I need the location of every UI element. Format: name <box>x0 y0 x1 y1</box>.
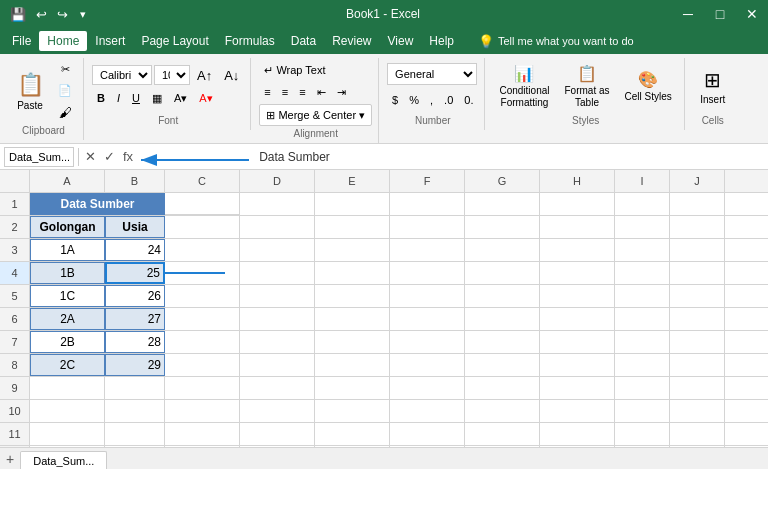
cell-i4[interactable] <box>615 262 670 284</box>
cell-i7[interactable] <box>615 331 670 353</box>
row-num-2[interactable]: 2 <box>0 216 30 238</box>
cell-d4[interactable] <box>240 262 315 284</box>
tell-me-box[interactable]: Tell me what you want to do <box>498 35 634 47</box>
cell-e5[interactable] <box>315 285 390 307</box>
format-as-table-button[interactable]: 📋 Format as Table <box>559 60 616 113</box>
cell-e8[interactable] <box>315 354 390 376</box>
quick-access-dropdown[interactable]: ▾ <box>80 8 86 21</box>
cell-f6[interactable] <box>390 308 465 330</box>
underline-button[interactable]: U <box>127 88 145 108</box>
cell-a10[interactable] <box>30 400 105 422</box>
cell-a11[interactable] <box>30 423 105 445</box>
minimize-button[interactable]: ─ <box>672 0 704 28</box>
cell-g7[interactable] <box>465 331 540 353</box>
cell-i1[interactable] <box>615 193 670 215</box>
cell-g1[interactable] <box>465 193 540 215</box>
cell-f4[interactable] <box>390 262 465 284</box>
cell-b3[interactable]: 24 <box>105 239 165 261</box>
cell-f11[interactable] <box>390 423 465 445</box>
decrease-font-button[interactable]: A↓ <box>219 65 244 85</box>
cell-c3[interactable] <box>165 239 240 261</box>
restore-button[interactable]: □ <box>704 0 736 28</box>
col-header-e[interactable]: E <box>315 170 390 192</box>
cell-g8[interactable] <box>465 354 540 376</box>
cell-d2[interactable] <box>240 216 315 238</box>
menu-data[interactable]: Data <box>283 31 324 51</box>
italic-button[interactable]: I <box>112 88 125 108</box>
cell-d10[interactable] <box>240 400 315 422</box>
cell-d7[interactable] <box>240 331 315 353</box>
cell-a7[interactable]: 2B <box>30 331 105 353</box>
cell-d3[interactable] <box>240 239 315 261</box>
menu-review[interactable]: Review <box>324 31 379 51</box>
cell-f3[interactable] <box>390 239 465 261</box>
cell-i3[interactable] <box>615 239 670 261</box>
cell-c2[interactable] <box>165 216 240 238</box>
increase-decimal-button[interactable]: .0 <box>439 90 458 110</box>
paste-button[interactable]: 📋 Paste <box>10 68 50 116</box>
col-header-g[interactable]: G <box>465 170 540 192</box>
wrap-text-button[interactable]: ↵ Wrap Text <box>259 60 330 80</box>
cell-f9[interactable] <box>390 377 465 399</box>
cell-i2[interactable] <box>615 216 670 238</box>
cell-i6[interactable] <box>615 308 670 330</box>
cell-j10[interactable] <box>670 400 725 422</box>
cell-j4[interactable] <box>670 262 725 284</box>
cell-e4[interactable] <box>315 262 390 284</box>
cut-button[interactable]: ✂ <box>53 60 77 79</box>
bold-button[interactable]: B <box>92 88 110 108</box>
cell-c7[interactable] <box>165 331 240 353</box>
cell-h9[interactable] <box>540 377 615 399</box>
col-header-d[interactable]: D <box>240 170 315 192</box>
cell-a8[interactable]: 2C <box>30 354 105 376</box>
cell-j11[interactable] <box>670 423 725 445</box>
col-header-a[interactable]: A <box>30 170 105 192</box>
menu-page-layout[interactable]: Page Layout <box>133 31 216 51</box>
cell-g2[interactable] <box>465 216 540 238</box>
align-left-button[interactable]: ≡ <box>259 82 275 102</box>
cell-j3[interactable] <box>670 239 725 261</box>
copy-button[interactable]: 📄 <box>53 81 77 100</box>
increase-font-button[interactable]: A↑ <box>192 65 217 85</box>
cell-j2[interactable] <box>670 216 725 238</box>
cell-d11[interactable] <box>240 423 315 445</box>
cell-styles-button[interactable]: 🎨 Cell Styles <box>619 66 678 107</box>
cell-h3[interactable] <box>540 239 615 261</box>
cell-h8[interactable] <box>540 354 615 376</box>
row-num-9[interactable]: 9 <box>0 377 30 399</box>
confirm-formula-button[interactable]: ✓ <box>102 149 117 164</box>
menu-home[interactable]: Home <box>39 31 87 51</box>
col-header-f[interactable]: F <box>390 170 465 192</box>
col-header-i[interactable]: I <box>615 170 670 192</box>
cell-a1[interactable]: Data Sumber <box>30 193 165 215</box>
cell-d9[interactable] <box>240 377 315 399</box>
format-painter-button[interactable]: 🖌 <box>53 102 77 123</box>
close-button[interactable]: ✕ <box>736 0 768 28</box>
cell-c5[interactable] <box>165 285 240 307</box>
cell-i5[interactable] <box>615 285 670 307</box>
cell-d1[interactable] <box>240 193 315 215</box>
cell-b4[interactable]: 25 <box>105 262 165 284</box>
col-header-b[interactable]: B <box>105 170 165 192</box>
cell-f2[interactable] <box>390 216 465 238</box>
accounting-button[interactable]: $ <box>387 90 403 110</box>
cell-e6[interactable] <box>315 308 390 330</box>
merge-center-button[interactable]: ⊞ Merge & Center ▾ <box>259 104 372 126</box>
font-size-select[interactable]: 10 <box>154 65 190 85</box>
number-format-select[interactable]: General <box>387 63 477 85</box>
cell-h1[interactable] <box>540 193 615 215</box>
menu-file[interactable]: File <box>4 31 39 51</box>
cell-e7[interactable] <box>315 331 390 353</box>
row-num-3[interactable]: 3 <box>0 239 30 261</box>
cell-c1[interactable] <box>165 193 240 215</box>
menu-view[interactable]: View <box>380 31 422 51</box>
cell-a6[interactable]: 2A <box>30 308 105 330</box>
cell-b8[interactable]: 29 <box>105 354 165 376</box>
cell-b9[interactable] <box>105 377 165 399</box>
undo-button[interactable]: ↩ <box>34 6 49 23</box>
cell-j7[interactable] <box>670 331 725 353</box>
col-header-h[interactable]: H <box>540 170 615 192</box>
cell-c11[interactable] <box>165 423 240 445</box>
cell-c10[interactable] <box>165 400 240 422</box>
cell-c4[interactable] <box>165 262 240 284</box>
